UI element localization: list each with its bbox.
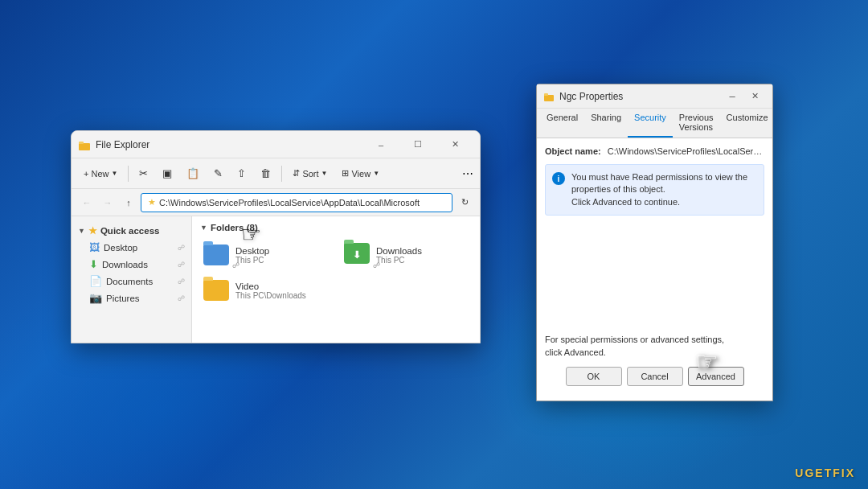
folders-count-label: Folders (8) bbox=[211, 223, 258, 232]
sort-button[interactable]: ⇵ Sort ▼ bbox=[287, 166, 333, 181]
share-icon: ⇧ bbox=[237, 167, 246, 179]
folder-downloads-thumb: ⬇ bbox=[342, 243, 371, 267]
object-name-value: C:\Windows\ServiceProfiles\LocalService\… bbox=[608, 146, 764, 156]
svg-rect-0 bbox=[79, 143, 90, 150]
object-name-row: Object name: C:\Windows\ServiceProfiles\… bbox=[545, 146, 764, 156]
new-chevron-icon: ▼ bbox=[111, 170, 117, 177]
sidebar-item-desktop[interactable]: 🖼 Desktop ☍ bbox=[72, 239, 191, 256]
folder-desktop-pin-icon: ☍ bbox=[232, 261, 240, 269]
cancel-button[interactable]: Cancel bbox=[627, 367, 683, 386]
tab-general[interactable]: General bbox=[540, 109, 584, 138]
sidebar-documents-label: Documents bbox=[106, 277, 153, 286]
file-explorer-content: ▼ ★ Quick access 🖼 Desktop ☍ ⬇ Downloads… bbox=[72, 216, 480, 343]
watermark: UGETFIX bbox=[795, 466, 855, 479]
sidebar-pictures-label: Pictures bbox=[106, 294, 140, 303]
folder-video-thumb bbox=[202, 278, 231, 302]
file-explorer-toolbar: + New ▼ ✂ ▣ 📋 ✎ ⇧ 🗑 ⇵ Sort ▼ ⊞ bbox=[72, 158, 480, 189]
file-explorer-titlebar: File Explorer – ☐ ✕ bbox=[72, 131, 480, 158]
folder-item-video[interactable]: Video This PC\Downloads bbox=[197, 274, 334, 306]
svg-rect-2 bbox=[544, 95, 554, 101]
up-button[interactable]: ↑ bbox=[120, 194, 137, 212]
file-explorer-main: ▼ Folders (8) Desktop This PC ☍ bbox=[192, 216, 480, 343]
folder-downloads-pin-icon: ☍ bbox=[373, 261, 380, 269]
sort-icon: ⇵ bbox=[293, 168, 300, 179]
sidebar-item-downloads[interactable]: ⬇ Downloads ☍ bbox=[72, 256, 191, 273]
delete-button[interactable]: 🗑 bbox=[255, 165, 276, 182]
folder-item-desktop[interactable]: Desktop This PC ☍ bbox=[197, 239, 334, 271]
more-icon: ⋯ bbox=[462, 167, 473, 180]
sidebar-item-pictures[interactable]: 📷 Pictures ☍ bbox=[72, 290, 191, 306]
folder-downloads-info: Downloads This PC ☍ bbox=[376, 246, 422, 265]
rename-icon: ✎ bbox=[214, 167, 223, 179]
folders-header: ▼ Folders (8) bbox=[197, 221, 475, 234]
address-field[interactable]: ★ C:\Windows\ServiceProfiles\LocalServic… bbox=[141, 193, 452, 212]
ngc-title-text: Ngc Properties bbox=[559, 91, 721, 102]
copy-icon: ▣ bbox=[162, 167, 172, 179]
object-name-label: Object name: bbox=[545, 146, 601, 156]
view-chevron-icon: ▼ bbox=[373, 170, 379, 177]
new-icon: + bbox=[84, 169, 88, 179]
ngc-minimize-button[interactable]: – bbox=[721, 84, 743, 109]
folder-desktop-info: Desktop This PC ☍ bbox=[235, 246, 269, 265]
ngc-content: Object name: C:\Windows\ServiceProfiles\… bbox=[537, 138, 772, 401]
download-arrow-icon: ⬇ bbox=[353, 249, 361, 261]
copy-button[interactable]: ▣ bbox=[157, 165, 178, 182]
advanced-button[interactable]: Advanced bbox=[688, 367, 744, 386]
tab-sharing[interactable]: Sharing bbox=[584, 109, 628, 138]
maximize-button[interactable]: ☐ bbox=[399, 131, 436, 158]
cut-icon: ✂ bbox=[139, 167, 148, 179]
back-button[interactable]: ← bbox=[78, 194, 96, 212]
sidebar-item-documents[interactable]: 📄 Documents ☍ bbox=[72, 273, 191, 290]
ngc-info-box: i You must have Read permissions to view… bbox=[545, 164, 764, 216]
ok-button[interactable]: OK bbox=[566, 367, 622, 386]
sidebar-desktop-label: Desktop bbox=[104, 243, 137, 253]
view-button[interactable]: ⊞ View ▼ bbox=[336, 166, 385, 181]
refresh-button[interactable]: ↻ bbox=[456, 194, 473, 212]
documents-pin-icon: ☍ bbox=[178, 277, 185, 286]
desktop-pin-icon: ☍ bbox=[178, 244, 185, 252]
ngc-footer-buttons: OK Cancel Advanced bbox=[545, 367, 764, 392]
folder-desktop-thumb bbox=[202, 243, 231, 267]
address-bar: ← → ↑ ★ C:\Windows\ServiceProfiles\Local… bbox=[72, 189, 480, 216]
quick-access-chevron-icon: ▼ bbox=[78, 227, 85, 235]
ngc-titlebar: Ngc Properties – ✕ bbox=[537, 84, 772, 109]
ngc-window-icon bbox=[543, 91, 555, 102]
share-button[interactable]: ⇧ bbox=[231, 165, 252, 182]
ngc-spacer bbox=[545, 224, 764, 334]
toolbar-separator-2 bbox=[281, 166, 282, 182]
new-button[interactable]: + New ▼ bbox=[78, 166, 123, 181]
info-icon: i bbox=[552, 172, 565, 185]
close-button[interactable]: ✕ bbox=[436, 131, 473, 158]
rename-button[interactable]: ✎ bbox=[208, 165, 228, 182]
downloads-pin-icon: ☍ bbox=[178, 261, 185, 269]
ngc-close-button[interactable]: ✕ bbox=[743, 84, 766, 109]
folder-video-path: This PC\Downloads bbox=[235, 291, 306, 300]
ngc-tabs: General Sharing Security Previous Versio… bbox=[537, 109, 772, 138]
folder-video-info: Video This PC\Downloads bbox=[235, 281, 306, 300]
folder-blue-icon bbox=[203, 244, 229, 265]
tab-previous-versions[interactable]: Previous Versions bbox=[673, 109, 720, 138]
quick-access-header[interactable]: ▼ ★ Quick access bbox=[72, 223, 191, 239]
folder-item-downloads[interactable]: ⬇ Downloads This PC ☍ bbox=[338, 239, 475, 271]
folder-video-name: Video bbox=[235, 281, 306, 291]
cut-button[interactable]: ✂ bbox=[133, 165, 154, 182]
forward-button[interactable]: → bbox=[99, 194, 117, 212]
minimize-button[interactable]: – bbox=[362, 131, 399, 158]
svg-rect-1 bbox=[79, 142, 84, 144]
file-explorer-icon bbox=[78, 138, 91, 151]
address-text: C:\Windows\ServiceProfiles\LocalService\… bbox=[159, 198, 420, 208]
tab-security[interactable]: Security bbox=[628, 109, 673, 138]
more-options-button[interactable]: ⋯ bbox=[462, 166, 473, 181]
paste-button[interactable]: 📋 bbox=[181, 165, 205, 182]
file-explorer-title: File Explorer bbox=[96, 139, 362, 150]
quick-access-group: ▼ ★ Quick access 🖼 Desktop ☍ ⬇ Downloads… bbox=[72, 221, 191, 308]
svg-rect-3 bbox=[544, 93, 548, 96]
ngc-window-controls: – ✕ bbox=[721, 84, 766, 109]
folder-downloads-path: This PC bbox=[376, 256, 422, 265]
folder-downloads-name: Downloads bbox=[376, 246, 422, 256]
titlebar-controls: – ☐ ✕ bbox=[362, 131, 473, 158]
sort-chevron-icon: ▼ bbox=[321, 170, 328, 177]
sidebar-downloads-label: Downloads bbox=[102, 260, 148, 269]
tab-customize[interactable]: Customize bbox=[720, 109, 775, 138]
quick-access-label: Quick access bbox=[100, 226, 160, 236]
